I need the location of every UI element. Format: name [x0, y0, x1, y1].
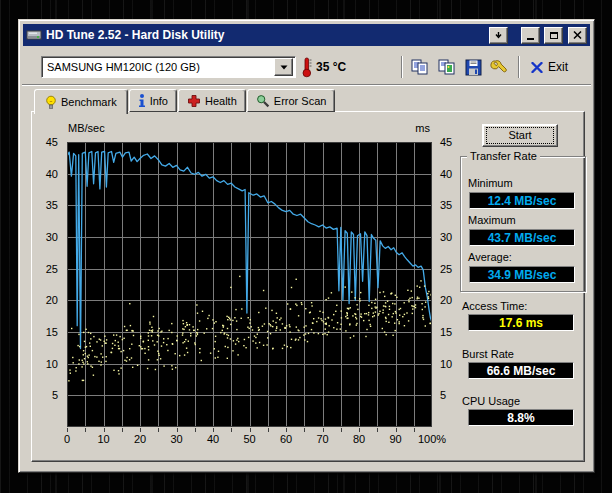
average-value: 34.9 MB/sec [488, 268, 557, 282]
y-axis-tick-label: 5 [32, 389, 63, 402]
maximum-value: 43.7 MB/sec [488, 231, 557, 245]
start-button[interactable]: Start [482, 124, 558, 147]
x-axis-tick-label: 40 [195, 433, 231, 445]
x-axis-tick-label: 100% [414, 433, 450, 445]
dropdown-arrow-icon[interactable] [274, 58, 293, 76]
x-axis-tick-label: 50 [232, 433, 268, 445]
minimum-value: 12.4 MB/sec [488, 194, 557, 208]
x-axis-tick-label: 80 [341, 433, 377, 445]
tab-bar: Benchmark Info Health Error Scan [34, 88, 336, 112]
options-button[interactable] [486, 54, 512, 80]
y-axis-tick-label: 45 [32, 136, 63, 149]
burst-rate-label: Burst Rate [462, 348, 514, 360]
maximum-label: Maximum [468, 214, 516, 226]
app-icon [26, 27, 42, 43]
save-icon [465, 59, 482, 76]
toolbar-separator [518, 56, 520, 78]
titlebar[interactable]: HD Tune 2.52 - Hard Disk Utility [23, 24, 590, 46]
right-axis-unit: ms [390, 122, 430, 134]
transfer-rate-group: Transfer Rate Minimum 12.4 MB/sec Maximu… [460, 156, 586, 292]
window-title: HD Tune 2.52 - Hard Disk Utility [46, 28, 485, 42]
copy-image-icon [438, 59, 457, 76]
toolbar: SAMSUNG HM120IC (120 GB) 35 °C [23, 53, 590, 81]
tab-info[interactable]: Info [129, 89, 177, 112]
tab-label: Health [205, 95, 237, 107]
down-arrow-icon [494, 31, 503, 40]
minimum-value-box: 12.4 MB/sec [469, 192, 575, 209]
save-button[interactable] [460, 54, 486, 80]
close-icon [573, 31, 582, 39]
maximize-button[interactable] [544, 27, 563, 44]
health-cross-icon [187, 94, 201, 108]
tab-health[interactable]: Health [178, 89, 246, 112]
toolbar-divider [22, 84, 591, 86]
average-value-box: 34.9 MB/sec [469, 266, 575, 283]
exit-label: Exit [548, 60, 568, 74]
y-axis-tick-label: 15 [436, 326, 466, 339]
drive-select[interactable]: SAMSUNG HM120IC (120 GB) [41, 56, 296, 78]
copy-icon [411, 59, 430, 76]
x-axis-tick-label: 20 [122, 433, 158, 445]
minimum-label: Minimum [468, 177, 513, 189]
drive-select-value: SAMSUNG HM120IC (120 GB) [42, 61, 274, 73]
burst-rate-value-box: 66.6 MB/sec [468, 362, 574, 379]
maximize-icon [550, 32, 558, 39]
left-axis-unit: MB/sec [68, 122, 105, 134]
cpu-usage-label: CPU Usage [462, 395, 520, 407]
info-icon [138, 94, 146, 108]
cpu-usage-value-box: 8.8% [468, 409, 574, 426]
desktop-background: HD Tune 2.52 - Hard Disk Utility SAMSUNG… [0, 0, 612, 493]
tab-label: Error Scan [274, 95, 327, 107]
x-axis-tick-label: 90 [378, 433, 414, 445]
lightbulb-icon [45, 95, 57, 110]
y-axis-tick-label: 45 [436, 136, 466, 149]
y-axis-tick-label: 10 [32, 358, 63, 371]
y-axis-tick-label: 15 [32, 326, 63, 339]
tab-benchmark[interactable]: Benchmark [34, 89, 128, 114]
tab-label: Benchmark [61, 96, 117, 108]
close-button[interactable] [568, 27, 587, 44]
magnifier-icon [256, 94, 270, 108]
x-axis-tick-label: 60 [268, 433, 304, 445]
exit-icon [531, 62, 543, 73]
y-axis-tick-label: 30 [32, 231, 63, 244]
y-axis-tick-label: 35 [32, 199, 63, 212]
start-button-label: Start [486, 127, 554, 144]
maximum-value-box: 43.7 MB/sec [469, 229, 575, 246]
minimize-button[interactable] [521, 27, 540, 44]
tab-label: Info [150, 95, 168, 107]
cpu-usage-value: 8.8% [507, 411, 534, 425]
x-axis-tick-label: 0 [49, 433, 85, 445]
x-axis-tick-label: 70 [305, 433, 341, 445]
burst-rate-value: 66.6 MB/sec [487, 364, 556, 378]
app-window: HD Tune 2.52 - Hard Disk Utility SAMSUNG… [18, 19, 595, 473]
tab-error-scan[interactable]: Error Scan [247, 89, 336, 112]
copy-button[interactable] [407, 54, 433, 80]
y-axis-tick-label: 40 [32, 168, 63, 181]
y-axis-tick-label: 20 [32, 294, 63, 307]
copy-image-button[interactable] [434, 54, 460, 80]
y-axis-tick-label: 25 [32, 263, 63, 276]
benchmark-chart [67, 142, 432, 434]
x-axis-tick-label: 30 [159, 433, 195, 445]
transfer-rate-group-label: Transfer Rate [467, 150, 540, 162]
access-time-value-box: 17.6 ms [468, 314, 574, 331]
temperature-label: 35 °C [316, 60, 346, 74]
x-axis-tick-label: 10 [86, 433, 122, 445]
exit-button[interactable]: Exit [526, 54, 573, 80]
average-label: Average: [468, 251, 512, 263]
options-wrench-icon [490, 59, 508, 76]
send-to-tray-button[interactable] [489, 27, 508, 44]
minimize-icon [527, 38, 534, 40]
access-time-value: 17.6 ms [499, 316, 543, 330]
thermometer-icon [301, 56, 313, 82]
access-time-label: Access Time: [462, 300, 527, 312]
toolbar-separator [401, 56, 403, 78]
benchmark-panel: MB/sec ms 45403530252015105 454035302520… [31, 111, 585, 462]
